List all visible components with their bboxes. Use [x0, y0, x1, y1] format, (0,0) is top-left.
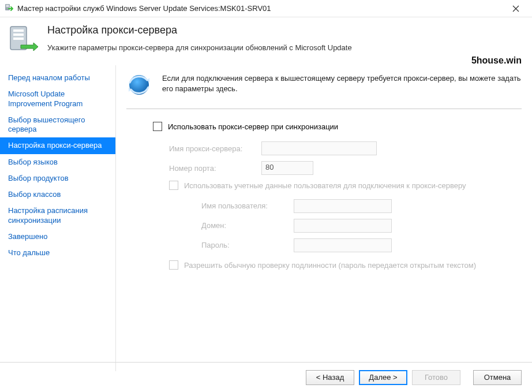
- sidebar-item-improvement-program[interactable]: Microsoft Update Improvement Program: [0, 86, 115, 112]
- titlebar: Мастер настройки служб Windows Server Up…: [0, 0, 532, 17]
- sync-globe-icon: [126, 72, 154, 99]
- proxy-name-input[interactable]: [261, 141, 377, 155]
- sidebar-item-proxy-settings[interactable]: Настройка прокси-сервера: [0, 137, 115, 154]
- app-icon: [5, 3, 14, 14]
- close-button[interactable]: [504, 0, 527, 17]
- sidebar-item-classes[interactable]: Выбор классов: [0, 186, 115, 203]
- sidebar-item-upstream-server[interactable]: Выбор вышестоящего сервера: [0, 112, 115, 138]
- sidebar-item-before-start[interactable]: Перед началом работы: [0, 70, 115, 86]
- wizard-sidebar: Перед началом работы Microsoft Update Im…: [0, 65, 115, 371]
- sidebar-item-languages[interactable]: Выбор языков: [0, 154, 115, 170]
- main-panel: Если для подключения сервера к вышестоящ…: [115, 65, 532, 371]
- window-title: Мастер настройки служб Windows Server Up…: [17, 4, 504, 13]
- svg-rect-5: [13, 33, 24, 36]
- username-input[interactable]: [294, 199, 392, 213]
- back-button[interactable]: < Назад: [306, 370, 354, 385]
- sidebar-item-finished[interactable]: Завершено: [0, 229, 115, 245]
- use-proxy-label: Использовать прокси-сервер при синхрониз…: [168, 122, 338, 131]
- basic-auth-checkbox[interactable]: [169, 260, 178, 270]
- wizard-header: Настройка прокси-сервера Укажите парамет…: [0, 17, 532, 65]
- finish-button: Готово: [412, 370, 460, 385]
- intro-text: Если для подключения сервера к вышестоящ…: [162, 72, 522, 99]
- proxy-name-label: Имя прокси-сервера:: [169, 144, 261, 153]
- use-proxy-row: Использовать прокси-сервер при синхрониз…: [153, 122, 522, 131]
- svg-rect-2: [6, 6, 9, 7]
- username-label: Имя пользователя:: [201, 201, 294, 210]
- wizard-footer: < Назад Далее > Готово Отмена: [0, 362, 532, 392]
- basic-auth-label: Разрешить обычную проверку подлинности (…: [184, 260, 476, 271]
- page-title: Настройка прокси-сервера: [47, 24, 523, 36]
- sidebar-item-whats-next[interactable]: Что дальше: [0, 245, 115, 261]
- use-credentials-label: Использовать учетные данные пользователя…: [184, 181, 466, 191]
- domain-label: Домен:: [201, 221, 294, 230]
- sidebar-item-sync-schedule[interactable]: Настройка расписания синхронизации: [0, 203, 115, 229]
- sidebar-item-products[interactable]: Выбор продуктов: [0, 170, 115, 186]
- svg-rect-6: [13, 38, 24, 40]
- page-subtitle: Укажите параметры прокси-сервера для син…: [47, 43, 523, 52]
- header-server-icon: [8, 23, 40, 57]
- use-proxy-checkbox[interactable]: [153, 122, 162, 131]
- use-credentials-checkbox[interactable]: [169, 181, 178, 190]
- domain-input[interactable]: [294, 219, 392, 233]
- divider: [126, 109, 522, 109]
- port-label: Номер порта:: [169, 164, 261, 173]
- watermark: 5house.win: [471, 55, 522, 66]
- password-input[interactable]: [294, 238, 392, 252]
- svg-rect-1: [6, 5, 9, 6]
- port-input[interactable]: 80: [261, 161, 313, 175]
- next-button[interactable]: Далее >: [359, 370, 407, 385]
- password-label: Пароль:: [201, 241, 294, 249]
- cancel-button[interactable]: Отмена: [473, 370, 522, 385]
- svg-rect-4: [13, 29, 24, 32]
